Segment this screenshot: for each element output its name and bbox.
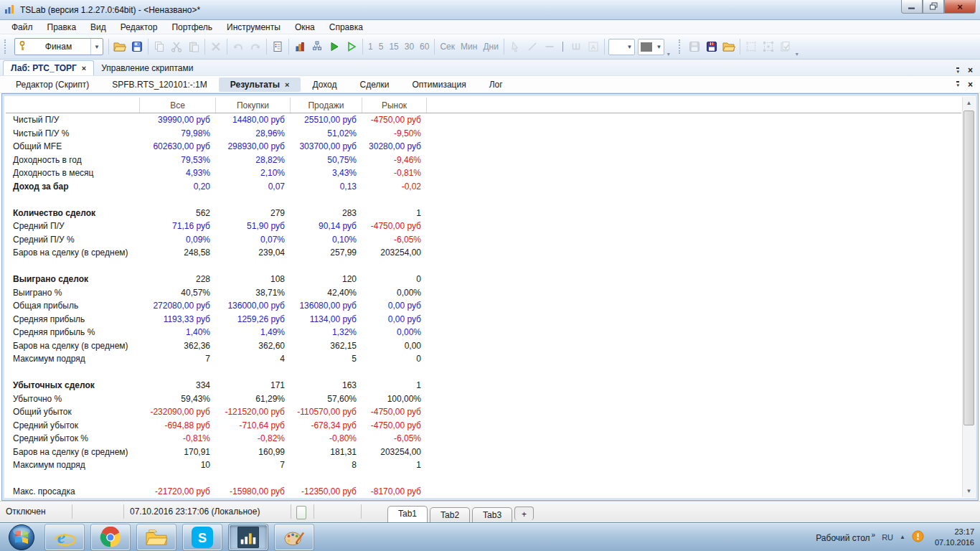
- timeframe-button[interactable]: 1: [365, 42, 376, 52]
- dock-menu-icon[interactable]: ▾: [956, 81, 959, 88]
- vertical-scrollbar[interactable]: ▲ ▼: [962, 97, 975, 497]
- run-step-button[interactable]: [343, 38, 360, 55]
- scroll-down-icon[interactable]: ▼: [963, 485, 975, 497]
- menu-item[interactable]: Окна: [288, 21, 322, 34]
- taskbar-item-skype[interactable]: S: [183, 524, 222, 550]
- close-panel-icon[interactable]: ×: [968, 80, 973, 90]
- table-row[interactable]: Средняя прибыль1193,33 руб1259,26 руб113…: [6, 313, 961, 326]
- clock[interactable]: 23:17 07.10.2016: [935, 527, 974, 548]
- scrollbar-thumb[interactable]: [963, 110, 974, 425]
- table-row[interactable]: Максимум подряд10781: [6, 458, 961, 472]
- timeframe-button[interactable]: 30: [402, 42, 417, 52]
- chart-button[interactable]: [291, 38, 308, 55]
- period-button[interactable]: Сек: [437, 42, 458, 52]
- table-row[interactable]: Выиграно сделок2281081200: [6, 273, 961, 286]
- view-tab[interactable]: SPFB.RTS_120101:-:1M: [100, 77, 219, 92]
- bottom-tab[interactable]: Tab2: [430, 507, 470, 522]
- line-style-combo[interactable]: ▼: [608, 39, 635, 55]
- scroll-up-icon[interactable]: ▲: [963, 97, 975, 109]
- add-tab-button[interactable]: +: [514, 507, 534, 520]
- toolbar-overflow-button[interactable]: ▾: [794, 51, 800, 59]
- table-row[interactable]: Доходность в месяц4,93%2,10%3,43%-0,81%: [6, 166, 961, 180]
- chevron-expand-icon[interactable]: »: [872, 531, 876, 539]
- column-header[interactable]: Покупки: [216, 98, 291, 113]
- table-row[interactable]: Средняя прибыль %1,40%1,49%1,32%0,00%: [6, 326, 961, 339]
- close-tab-icon[interactable]: ×: [285, 80, 289, 89]
- table-row[interactable]: Общий MFE602630,00 руб298930,00 руб30370…: [6, 140, 961, 154]
- column-header[interactable]: Продажи: [291, 98, 362, 113]
- period-button[interactable]: Дни: [480, 42, 501, 52]
- taskbar-item-paint[interactable]: [275, 524, 314, 550]
- column-header[interactable]: Все: [140, 98, 216, 113]
- cursor-tool-button[interactable]: [507, 38, 524, 55]
- menu-item[interactable]: Правка: [40, 21, 84, 34]
- timeframe-button[interactable]: 5: [376, 42, 387, 52]
- table-row[interactable]: Убыточных сделок3341711631: [6, 379, 961, 392]
- redo-button[interactable]: [247, 38, 264, 55]
- table-row[interactable]: Максимум подряд7450: [6, 352, 961, 366]
- table-row[interactable]: Средний убыток-694,88 руб-710,64 руб-678…: [6, 419, 961, 433]
- menu-item[interactable]: Портфель: [164, 21, 220, 34]
- table-row[interactable]: Баров на сделку (в среднем)248,58239,042…: [6, 246, 961, 260]
- view-tab[interactable]: Оптимизация: [400, 77, 477, 92]
- start-button[interactable]: [1, 523, 42, 551]
- table-row[interactable]: Чистый П/У %79,98%28,96%51,02%-9,50%: [6, 127, 961, 141]
- table-row[interactable]: Выиграно %40,57%38,71%42,40%0,00%: [6, 286, 961, 300]
- table-row[interactable]: Баров на сделку (в среднем)170,91160,991…: [6, 446, 961, 459]
- document-tab[interactable]: Лаб: РТС_ТОРГ×: [3, 60, 94, 75]
- table-row[interactable]: Баров на сделку (в среднем)362,36362,603…: [6, 339, 961, 353]
- undo-button[interactable]: [230, 38, 247, 55]
- select-region-button[interactable]: [743, 38, 760, 55]
- taskbar-item-chrome[interactable]: [91, 524, 130, 550]
- timeframe-button[interactable]: 15: [386, 42, 401, 52]
- menu-item[interactable]: Справка: [322, 21, 370, 34]
- close-button[interactable]: ×: [944, 0, 976, 14]
- paste-button[interactable]: [185, 38, 202, 55]
- timeframe-button[interactable]: 60: [417, 42, 432, 52]
- levels-tool-button[interactable]: [567, 38, 585, 55]
- period-button[interactable]: Мин: [458, 42, 480, 52]
- minimize-button[interactable]: [901, 0, 923, 14]
- text-tool-button[interactable]: A: [585, 38, 602, 55]
- close-panel-icon[interactable]: ×: [968, 65, 973, 75]
- view-tab[interactable]: Результаты×: [219, 77, 301, 92]
- menu-item[interactable]: Файл: [4, 21, 40, 34]
- taskbar-item-file-explorer[interactable]: [137, 524, 176, 550]
- notification-icon[interactable]: [912, 530, 924, 545]
- save-button[interactable]: [128, 38, 146, 55]
- view-tab[interactable]: Сделки: [349, 77, 401, 92]
- menu-item[interactable]: Редактор: [113, 21, 165, 34]
- save-all-button[interactable]: [703, 38, 720, 55]
- open-file-button[interactable]: [111, 38, 128, 55]
- color-picker-combo[interactable]: ▼: [638, 39, 664, 55]
- taskbar-item-internet-explorer[interactable]: e: [45, 524, 84, 550]
- table-row[interactable]: Количество сделок5622792831: [6, 207, 961, 220]
- toolbar-grip[interactable]: [4, 39, 8, 54]
- apply-pages-button[interactable]: [777, 38, 794, 55]
- table-row[interactable]: Средний убыток %-0,81%-0,82%-0,80%-6,05%: [6, 432, 961, 446]
- copy-button[interactable]: [151, 38, 168, 55]
- close-tab-icon[interactable]: ×: [82, 64, 86, 72]
- chevron-down-icon[interactable]: ▼: [90, 39, 103, 55]
- horizontal-line-tool-button[interactable]: [541, 38, 558, 55]
- table-row[interactable]: Убыточно %59,43%61,29%57,60%100,00%: [6, 392, 961, 406]
- table-row[interactable]: Общая прибыль272080,00 руб136000,00 руб1…: [6, 299, 961, 313]
- toolbar-grip[interactable]: [679, 39, 682, 54]
- toolbar-overflow-button[interactable]: ▾: [666, 51, 672, 59]
- table-row[interactable]: Макс. просадка-21720,00 руб-15980,00 руб…: [6, 485, 961, 496]
- run-button[interactable]: [326, 38, 343, 55]
- menu-item[interactable]: Инструменты: [220, 21, 288, 34]
- trend-line-tool-button[interactable]: [524, 38, 541, 55]
- delete-button[interactable]: [207, 38, 225, 55]
- show-hidden-icons-button[interactable]: ▲: [900, 534, 905, 540]
- document-tab[interactable]: Управление скриптами: [94, 61, 200, 75]
- table-row[interactable]: Общий убыток-232090,00 руб-121520,00 руб…: [6, 405, 961, 419]
- view-tab[interactable]: Доход: [301, 77, 348, 92]
- save-portfolio-button[interactable]: [686, 38, 703, 55]
- view-tab[interactable]: Редактор (Скрипт): [4, 77, 100, 92]
- bottom-tab[interactable]: Tab1: [387, 506, 428, 522]
- desktop-toolbar[interactable]: Рабочий стол»: [816, 531, 875, 543]
- table-row[interactable]: Доход за бар0,200,070,13-0,02: [6, 180, 961, 194]
- view-tab[interactable]: Лог: [478, 77, 514, 92]
- table-row[interactable]: Средний П/У71,16 руб51,90 руб90,14 руб-4…: [6, 220, 961, 233]
